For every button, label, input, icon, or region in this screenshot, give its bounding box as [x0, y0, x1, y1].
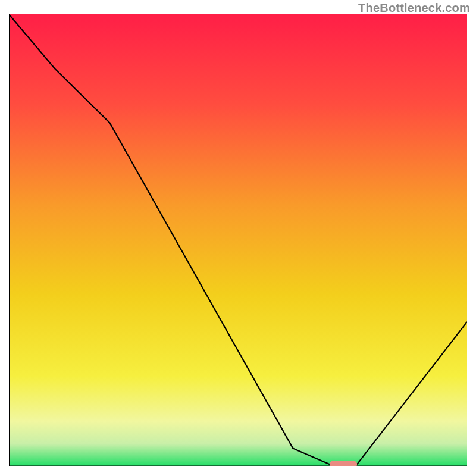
plot-area — [9, 14, 467, 466]
bottleneck-chart — [9, 14, 467, 466]
watermark-text: TheBottleneck.com — [358, 1, 470, 15]
gradient-background — [9, 14, 467, 466]
chart-container: TheBottleneck.com — [0, 0, 476, 476]
optimal-marker — [330, 461, 357, 466]
